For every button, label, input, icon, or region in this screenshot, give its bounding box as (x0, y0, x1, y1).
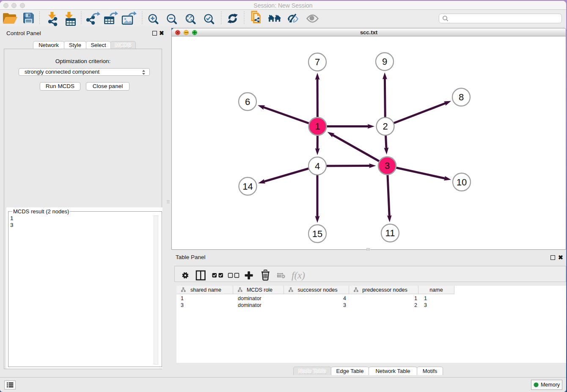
svg-text:14: 14 (242, 181, 253, 192)
svg-text:1: 1 (315, 121, 320, 132)
svg-text:11: 11 (385, 228, 395, 238)
svg-text:10: 10 (457, 177, 467, 188)
svg-text:6: 6 (245, 97, 250, 107)
svg-text:4: 4 (315, 161, 320, 171)
svg-text:8: 8 (459, 92, 464, 102)
svg-text:7: 7 (315, 57, 320, 67)
svg-text:f(x): f(x) (292, 270, 305, 281)
svg-text:15: 15 (312, 229, 322, 239)
svg-text:3: 3 (385, 160, 390, 171)
svg-text:9: 9 (382, 56, 387, 67)
svg-text:2: 2 (383, 121, 388, 132)
